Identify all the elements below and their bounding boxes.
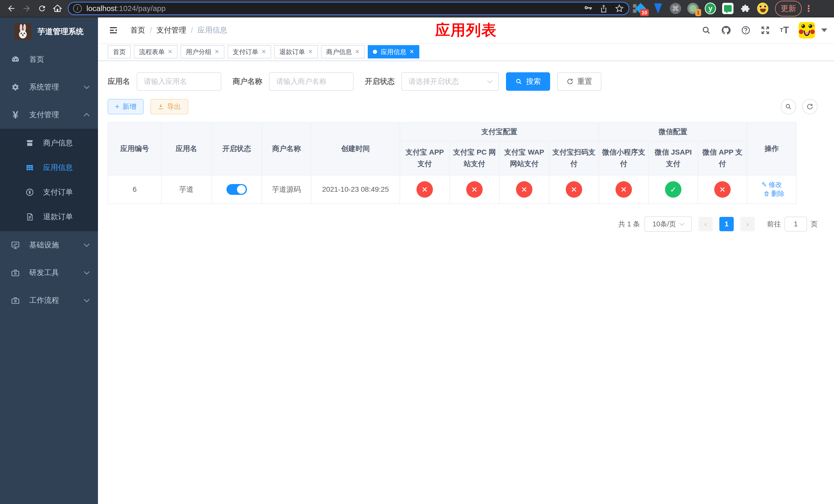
trash-icon — [764, 191, 770, 197]
page-number-1[interactable]: 1 — [719, 217, 734, 231]
tab-process-form[interactable]: 流程表单✕ — [134, 45, 177, 59]
col-create-time: 创建时间 — [311, 122, 400, 175]
camera-extension-icon[interactable]: 1 — [687, 3, 699, 14]
chrome-menu-icon[interactable]: ⋮ — [804, 3, 813, 14]
sidebar-item-pay-orders[interactable]: 支付订单 — [0, 180, 98, 205]
avatar-caret-icon[interactable] — [821, 28, 827, 32]
help-icon[interactable] — [741, 25, 751, 35]
merchant-name-input[interactable] — [276, 77, 347, 86]
col-alipay-app: 支付宝 APP 支付 — [400, 141, 449, 175]
sidebar-item-workflow[interactable]: 工作流程 — [0, 287, 98, 314]
top-navbar: 首页 / 支付管理 / 应用信息 应用列表 TT — [98, 18, 834, 43]
add-button[interactable]: + 新增 — [108, 99, 144, 114]
edit-link[interactable]: ✎修改 — [762, 180, 782, 189]
kite-extension-icon[interactable] — [653, 3, 664, 14]
chat-extension-icon[interactable] — [722, 3, 733, 14]
command-extension-icon[interactable]: ⌘ — [670, 3, 681, 14]
app-title: 芋道管理系统 — [38, 26, 84, 37]
browser-forward-button[interactable] — [19, 1, 35, 16]
open-status-select[interactable]: 请选择开启状态 — [401, 72, 499, 91]
page-size-select[interactable]: 10条/页 — [644, 216, 692, 232]
browser-back-button[interactable] — [4, 1, 19, 16]
chevron-down-icon — [679, 221, 684, 226]
search-button[interactable]: 搜索 — [506, 72, 550, 91]
pagination: 共 1 条 10条/页 ‹ 1 › 前往 页 — [108, 216, 824, 232]
site-info-icon[interactable]: i — [73, 4, 82, 13]
alipay-wap-status-icon: ✕ — [516, 181, 532, 198]
pencil-icon: ✎ — [762, 181, 767, 189]
notifications-extension-icon[interactable]: 10 — [635, 3, 646, 14]
address-bar[interactable]: i localhost:1024/pay/app — [68, 2, 629, 15]
close-icon[interactable]: ✕ — [409, 48, 414, 55]
active-dot-icon — [373, 50, 377, 54]
col-group-alipay: 支付宝配置 — [400, 122, 599, 141]
delete-link[interactable]: 删除 — [764, 189, 785, 198]
app-logo-row[interactable]: 芋道管理系统 — [0, 18, 98, 46]
profile-avatar-icon[interactable] — [757, 3, 768, 14]
browser-refresh-button[interactable] — [35, 1, 50, 16]
fullscreen-icon[interactable] — [761, 25, 770, 35]
breadcrumb-section[interactable]: 支付管理 — [156, 25, 186, 36]
search-icon — [515, 78, 522, 85]
extensions-puzzle-icon[interactable] — [740, 3, 751, 14]
page-title: 应用列表 — [435, 20, 497, 40]
browser-chrome: i localhost:1024/pay/app 10 ⌘ 1 y — [0, 0, 834, 18]
tab-merchant-info[interactable]: 商户信息✕ — [321, 45, 365, 59]
refresh-table-button[interactable] — [802, 99, 818, 114]
total-count: 共 1 条 — [618, 220, 640, 229]
sidebar-item-merchant-info[interactable]: 商户信息 — [0, 131, 98, 155]
font-size-icon[interactable]: TT — [780, 25, 789, 36]
sidebar-item-label: 支付管理 — [29, 110, 85, 120]
breadcrumb-home[interactable]: 首页 — [130, 25, 145, 36]
export-button[interactable]: 导出 — [150, 99, 188, 114]
url-text[interactable]: localhost:1024/pay/app — [86, 4, 584, 13]
tab-pay-orders[interactable]: 支付订单✕ — [227, 45, 271, 59]
github-icon[interactable] — [721, 25, 731, 36]
share-icon[interactable] — [599, 4, 608, 13]
breadcrumb-current: 应用信息 — [197, 25, 227, 36]
y-extension-icon[interactable]: y — [705, 3, 716, 14]
app-name-label: 应用名 — [108, 76, 130, 87]
sidebar-item-dev-tools[interactable]: 研发工具 — [0, 259, 98, 287]
filter-form: 应用名 商户名称 开启状态 请选择开启状态 搜索 — [108, 71, 824, 92]
open-status-label: 开启状态 — [365, 76, 395, 87]
bookmark-star-icon[interactable] — [615, 4, 624, 13]
sidebar-collapse-icon[interactable] — [108, 25, 118, 36]
page-unit-label: 页 — [811, 220, 818, 229]
sidebar-item-refund-orders[interactable]: 退款订单 — [0, 205, 98, 229]
close-icon[interactable]: ✕ — [308, 48, 313, 55]
password-key-icon[interactable] — [584, 4, 593, 13]
close-icon[interactable]: ✕ — [355, 48, 359, 55]
yen-circle-icon — [25, 188, 35, 197]
plus-icon: + — [115, 102, 119, 111]
tab-user-group[interactable]: 用户分组✕ — [180, 45, 224, 59]
prev-page-button[interactable]: ‹ — [698, 217, 713, 231]
close-icon[interactable]: ✕ — [261, 48, 266, 55]
refresh-icon — [567, 78, 574, 85]
sidebar-item-system[interactable]: 系统管理 — [0, 73, 98, 101]
close-icon[interactable]: ✕ — [214, 48, 219, 55]
sidebar-item-infrastructure[interactable]: 基础设施 — [0, 231, 98, 259]
user-avatar[interactable] — [798, 22, 815, 39]
tab-app-info[interactable]: 应用信息✕ — [368, 45, 419, 59]
tab-home[interactable]: 首页 — [108, 45, 131, 59]
sidebar-item-home[interactable]: 首页 — [0, 46, 98, 73]
app-name-input[interactable] — [144, 77, 214, 86]
enable-toggle[interactable] — [226, 184, 247, 195]
header-search-icon[interactable] — [701, 25, 711, 35]
chrome-update-button[interactable]: 更新 — [775, 1, 802, 17]
sidebar-item-app-info[interactable]: 应用信息 — [0, 155, 98, 180]
browser-home-button[interactable] — [50, 1, 65, 16]
yen-icon: ¥ — [10, 110, 21, 120]
sidebar-item-label: 商户信息 — [43, 138, 89, 148]
cell-app-name: 芋道 — [161, 175, 212, 204]
reset-button[interactable]: 重置 — [557, 72, 601, 91]
col-open-status: 开启状态 — [212, 122, 262, 175]
next-page-button[interactable]: › — [740, 217, 755, 231]
chevron-down-icon — [84, 83, 90, 89]
close-icon[interactable]: ✕ — [168, 48, 172, 55]
tab-refund-orders[interactable]: 退款订单✕ — [274, 45, 318, 59]
goto-page-input[interactable] — [785, 216, 807, 231]
sidebar-item-payment[interactable]: ¥ 支付管理 — [0, 101, 98, 129]
show-search-toggle-button[interactable] — [781, 99, 796, 114]
